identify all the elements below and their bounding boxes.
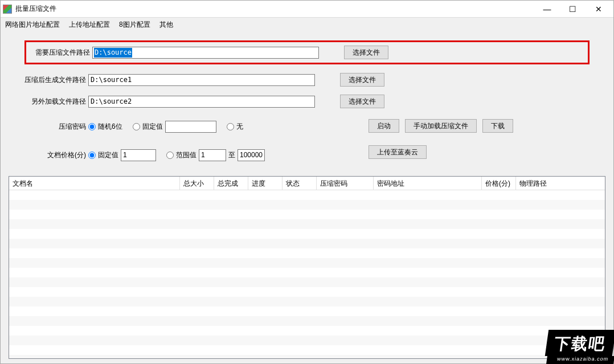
col-doc-name[interactable]: 文档名 [9, 177, 180, 190]
col-zip-pwd[interactable]: 压缩密码 [317, 177, 374, 190]
col-price[interactable]: 价格(分) [482, 177, 516, 190]
col-status[interactable]: 状态 [283, 177, 317, 190]
col-pwd-addr[interactable]: 密码地址 [374, 177, 482, 190]
upload-cloud-button[interactable]: 上传至蓝奏云 [369, 145, 427, 159]
minimize-button[interactable]: — [534, 1, 560, 17]
label-source-path: 需要压缩文件路径 [28, 48, 92, 58]
browse-output-button[interactable]: 选择文件 [340, 73, 384, 87]
radio-fixed-price[interactable]: 固定值 [88, 149, 156, 161]
input-extra-path[interactable] [88, 96, 315, 108]
app-icon [3, 5, 12, 14]
form-area: 需要压缩文件路径 D:\source 选择文件 压缩后生成文件路径 选择文件 另… [9, 40, 605, 167]
action-row-1: 启动 手动加载压缩文件 下载 [369, 119, 590, 133]
browse-source-button[interactable]: 选择文件 [344, 46, 388, 59]
row-price: 文档价格(分) 固定值 范围值 至 [24, 145, 343, 165]
label-output-path: 压缩后生成文件路径 [24, 75, 88, 85]
table-header: 文档名 总大小 总完成 进度 状态 压缩密码 密码地址 价格(分) 物理路径 [9, 177, 605, 190]
browse-extra-button[interactable]: 选择文件 [340, 95, 384, 108]
table-body [9, 190, 605, 358]
row-password: 压缩密码 随机6位 固定值 [24, 117, 343, 136]
app-window: 批量压缩文件 — ☐ ✕ 网络图片地址配置 上传地址配置 8图片配置 其他 需要… [0, 0, 614, 364]
col-phys-path[interactable]: 物理路径 [516, 177, 605, 190]
input-output-path[interactable] [88, 74, 315, 86]
manual-load-button[interactable]: 手动加载压缩文件 [405, 119, 477, 133]
label-to: 至 [228, 150, 235, 160]
row-extra-path: 另外加载文件路径 选择文件 [24, 92, 590, 111]
radio-fixed-pwd-input[interactable] [133, 123, 140, 130]
radio-range-price[interactable]: 范围值 至 [166, 149, 265, 161]
input-source-path[interactable]: D:\source [92, 47, 319, 59]
row-source-path: 需要压缩文件路径 D:\source 选择文件 [24, 40, 590, 64]
radio-fixed-price-input[interactable] [88, 152, 96, 159]
col-total-size[interactable]: 总大小 [180, 177, 214, 190]
input-fixed-pwd[interactable] [165, 121, 216, 133]
maximize-button[interactable]: ☐ [560, 1, 586, 17]
radio-none-pwd-input[interactable] [227, 123, 234, 130]
col-progress[interactable]: 进度 [248, 177, 283, 190]
content-area: 需要压缩文件路径 D:\source 选择文件 压缩后生成文件路径 选择文件 另… [1, 31, 613, 363]
close-button[interactable]: ✕ [586, 1, 611, 17]
label-price: 文档价格(分) [24, 150, 88, 160]
file-table[interactable]: 文档名 总大小 总完成 进度 状态 压缩密码 密码地址 价格(分) 物理路径 [9, 176, 605, 359]
input-source-path-value: D:\source [94, 48, 132, 58]
radio-fixed-pwd[interactable]: 固定值 [133, 121, 216, 133]
menu-net-img-cfg[interactable]: 网络图片地址配置 [5, 20, 60, 30]
titlebar: 批量压缩文件 — ☐ ✕ [1, 1, 613, 18]
radio-range-price-input[interactable] [166, 152, 174, 159]
start-button[interactable]: 启动 [369, 119, 399, 133]
label-extra-path: 另外加载文件路径 [24, 97, 88, 107]
input-range-from[interactable] [199, 149, 226, 161]
window-title: 批量压缩文件 [15, 4, 56, 14]
input-range-to[interactable] [238, 149, 265, 161]
radio-random6-input[interactable] [88, 123, 96, 130]
password-radio-group: 随机6位 固定值 无 [88, 121, 243, 133]
menu-other[interactable]: 其他 [159, 20, 173, 30]
row-output-path: 压缩后生成文件路径 选择文件 [24, 70, 590, 89]
action-row-2: 上传至蓝奏云 [369, 145, 590, 159]
label-password: 压缩密码 [24, 122, 88, 132]
radio-random6[interactable]: 随机6位 [88, 122, 122, 132]
price-radio-group: 固定值 范围值 至 [88, 149, 265, 161]
download-button[interactable]: 下载 [482, 119, 513, 133]
col-total-done[interactable]: 总完成 [214, 177, 248, 190]
menu-8img-cfg[interactable]: 8图片配置 [119, 20, 150, 30]
menu-upload-cfg[interactable]: 上传地址配置 [69, 20, 110, 30]
menubar: 网络图片地址配置 上传地址配置 8图片配置 其他 [1, 18, 613, 31]
radio-none-pwd[interactable]: 无 [227, 122, 243, 132]
input-fixed-price[interactable] [121, 149, 156, 161]
